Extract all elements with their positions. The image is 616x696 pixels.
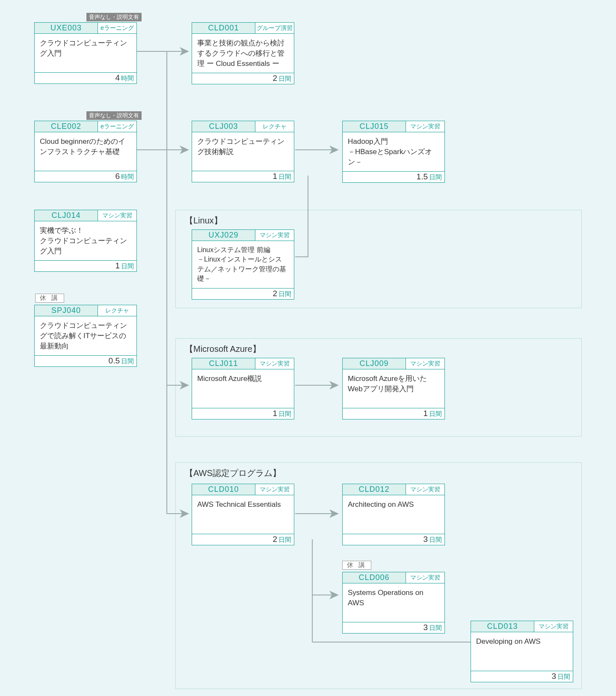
card-title: クラウドコンピューティングで読み解くITサービスの 最新動向 [35,316,136,355]
note-no-audio-2: 音声なし・説明文有 [86,111,142,120]
card-tag: マシン実習 [98,210,136,221]
card-title: AWS Technical Essentials [192,495,294,534]
card-tag: マシン実習 [255,230,294,241]
card-tag: マシン実習 [406,121,444,132]
card-code: CLD010 [192,484,255,495]
card-duration: 0.5 [109,356,120,366]
card-title: 事業と技術の観点から検討するクラウドへの移行と管理 ー Cloud Essent… [192,34,294,73]
card-unit: 日間 [278,290,291,298]
card-duration: 3 [551,672,556,681]
card-unit: 日間 [278,410,291,418]
card-title: Microsoft Azureを用いたWebアプリ開発入門 [343,369,444,408]
card-unit: 日間 [278,173,291,181]
card-code: CLJ009 [343,358,406,369]
card-unit: 日間 [429,173,442,181]
card-uxe003[interactable]: UXE003eラーニング クラウドコンピューティング入門 4時間 [34,22,137,84]
card-title: Linuxシステム管理 前編 －Linuxインストールとシステム／ネットワーク管… [192,241,294,288]
card-duration: 1 [115,261,120,271]
card-tag: グループ演習 [255,23,294,33]
card-tag: レクチャ [255,121,294,132]
card-unit: 日間 [557,673,570,681]
card-duration: 6 [115,172,120,181]
card-clj003[interactable]: CLJ003レクチャ クラウドコンピューティング技術解説 1日間 [192,121,294,182]
card-title: Hadoop入門 －HBaseとSparkハンズオン－ [343,132,444,171]
card-title: クラウドコンピューティング入門 [35,34,136,72]
card-tag: レクチャ [98,305,136,316]
card-code: CLJ011 [192,358,255,369]
card-title: Systems Operations on AWS [343,583,444,622]
group-linux-label: 【Linux】 [185,215,222,226]
card-code: CLJ014 [35,210,98,221]
card-unit: 日間 [429,536,442,544]
card-unit: 日間 [278,536,291,544]
card-tag: マシン実習 [255,358,294,369]
group-azure-label: 【Microsoft Azure】 [185,343,261,355]
card-duration: 3 [423,535,428,544]
note-suspended-cld006: 休 講 [342,561,371,570]
card-code: CLJ003 [192,121,255,132]
card-unit: 日間 [429,624,442,632]
card-duration: 1 [272,409,277,418]
card-clj011[interactable]: CLJ011マシン実習 Microsoft Azure概説 1日間 [192,358,294,419]
card-clj015[interactable]: CLJ015マシン実習 Hadoop入門 －HBaseとSparkハンズオン－ … [342,121,445,183]
card-code: CLE002 [35,121,98,132]
card-code: SPJ040 [35,305,98,316]
card-tag: eラーニング [98,23,136,33]
card-code: CLJ015 [343,121,406,132]
card-cld010[interactable]: CLD010マシン実習 AWS Technical Essentials 2日間 [192,484,294,545]
card-title: クラウドコンピューティング技術解説 [192,132,294,171]
card-title: 実機で学ぶ！ クラウドコンピューティング入門 [35,221,136,260]
card-code: CLD006 [343,572,406,583]
card-cld012[interactable]: CLD012マシン実習 Architecting on AWS 3日間 [342,484,445,545]
card-unit: 日間 [429,410,442,418]
card-spj040[interactable]: SPJ040レクチャ クラウドコンピューティングで読み解くITサービスの 最新動… [34,305,137,367]
group-aws-label: 【AWS認定プログラム】 [185,467,281,479]
card-tag: マシン実習 [255,484,294,495]
card-cle002[interactable]: CLE002eラーニング Cloud beginnerのためのインフラストラクチ… [34,121,137,182]
card-duration: 2 [272,289,277,298]
card-code: UXJ029 [192,230,255,241]
card-title: Architecting on AWS [343,495,444,534]
card-tag: マシン実習 [534,621,573,632]
card-duration: 2 [272,74,277,83]
card-title: Cloud beginnerのためのインフラストラクチャ基礎 [35,132,136,171]
card-duration: 3 [423,623,428,632]
card-cld006[interactable]: CLD006マシン実習 Systems Operations on AWS 3日… [342,572,445,634]
card-duration: 1.5 [417,172,428,181]
card-code: UXE003 [35,23,98,33]
card-cld001[interactable]: CLD001グループ演習 事業と技術の観点から検討するクラウドへの移行と管理 ー… [192,22,294,84]
card-title: Microsoft Azure概説 [192,369,294,408]
card-tag: マシン実習 [406,572,444,583]
card-unit: 日間 [121,262,134,271]
card-unit: 日間 [278,75,291,83]
card-duration: 2 [272,535,277,544]
card-clj009[interactable]: CLJ009マシン実習 Microsoft Azureを用いたWebアプリ開発入… [342,358,445,419]
card-unit: 時間 [121,74,134,83]
note-no-audio-1: 音声なし・説明文有 [86,13,142,21]
card-unit: 時間 [121,173,134,181]
card-tag: マシン実習 [406,484,444,495]
note-suspended-spj040: 休 講 [35,294,64,303]
card-tag: eラーニング [98,121,136,132]
card-duration: 1 [423,409,428,418]
card-duration: 1 [272,172,277,181]
card-uxj029[interactable]: UXJ029マシン実習 Linuxシステム管理 前編 －Linuxインストールと… [192,229,294,300]
card-unit: 日間 [121,357,134,366]
card-tag: マシン実習 [406,358,444,369]
card-code: CLD012 [343,484,406,495]
card-code: CLD001 [192,23,255,33]
card-duration: 4 [115,73,120,83]
card-cld013[interactable]: CLD013マシン実習 Developing on AWS 3日間 [471,621,573,682]
card-title: Developing on AWS [471,632,573,671]
card-code: CLD013 [471,621,534,632]
card-clj014[interactable]: CLJ014マシン実習 実機で学ぶ！ クラウドコンピューティング入門 1日間 [34,210,137,272]
